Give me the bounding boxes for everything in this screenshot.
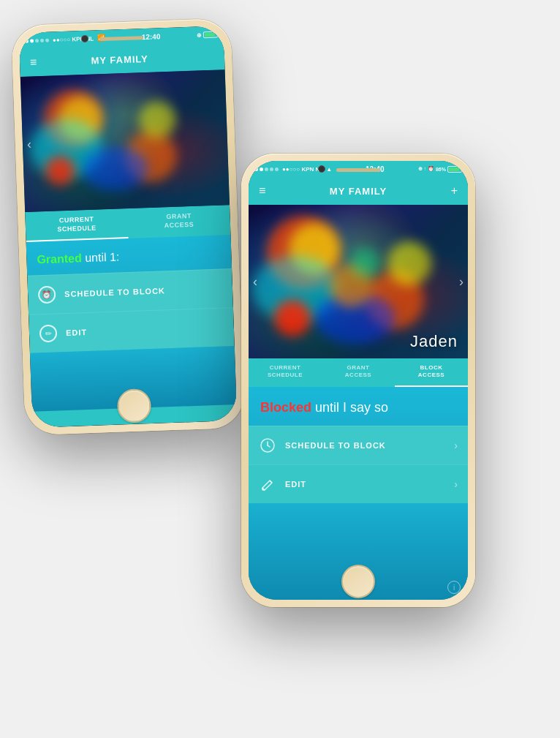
back-tab-current-schedule[interactable]: CURRENTSCHEDULE (25, 208, 128, 242)
front-status-area: Blocked until I say so (249, 387, 468, 426)
front-home-button[interactable] (341, 565, 375, 598)
signal-dot-5 (45, 38, 49, 42)
front-thermal-7 (274, 300, 311, 336)
back-status-left: ●●○○○ KPN NL 📶 (25, 34, 105, 45)
front-signal-4 (270, 167, 273, 171)
front-edit-chevron: › (454, 478, 458, 490)
svg-line-3 (270, 481, 272, 483)
front-info-icon[interactable]: i (447, 581, 461, 594)
front-edit-icon (259, 475, 276, 493)
front-signal-2 (260, 167, 263, 171)
front-screen-container: ●●○○○ KPN NL ▲ 12:40 ⊕ ↑ ⏰ 86% ≡ (249, 161, 468, 600)
front-clock-icon (259, 437, 276, 454)
back-edit[interactable]: ✏ EDIT (29, 307, 235, 353)
back-chevron-left[interactable]: ‹ (27, 137, 32, 152)
back-edit-icon: ✏ (39, 325, 58, 343)
back-header-title: MY FAMILY (91, 53, 148, 66)
scene: ●●○○○ KPN NL 📶 12:40 ⊕ ≡ MY FAMILY (0, 0, 560, 738)
front-camera (318, 165, 325, 173)
front-signal-5 (275, 167, 279, 171)
clock-svg (260, 437, 276, 453)
front-edit-label: EDIT (285, 480, 445, 489)
back-schedule-to-block[interactable]: ⏰ SCHEDULE TO BLOCK (27, 268, 233, 315)
front-plus-icon[interactable]: + (451, 184, 458, 197)
back-time: 12:40 (142, 32, 161, 41)
phone-back: ●●○○○ KPN NL 📶 12:40 ⊕ ≡ MY FAMILY (11, 18, 244, 435)
front-hero: ‹ › Jaden (249, 205, 468, 358)
front-status-prefix: Blocked (260, 400, 311, 415)
front-hamburger-icon[interactable]: ≡ (259, 184, 265, 197)
front-edit[interactable]: EDIT › (249, 464, 468, 503)
back-edit-label: EDIT (66, 323, 224, 338)
back-schedule-label: SCHEDULE TO BLOCK (64, 285, 222, 299)
back-clock-icon: ⏰ (38, 286, 56, 304)
front-tab-block-access[interactable]: BLOCKACCESS (395, 358, 468, 387)
back-hero: ‹ (20, 69, 230, 212)
front-status-right: ⊕ ↑ ⏰ 86% (418, 166, 462, 173)
front-header: ≡ MY FAMILY + (249, 177, 468, 205)
phone-front: ●●○○○ KPN NL ▲ 12:40 ⊕ ↑ ⏰ 86% ≡ (241, 154, 475, 607)
front-tab-grant-access[interactable]: GRANTACCESS (322, 358, 395, 387)
front-tab-bar: CURRENTSCHEDULE GRANTACCESS BLOCKACCESS (249, 358, 468, 387)
signal-dot-1 (25, 39, 29, 42)
front-screen: ●●○○○ KPN NL ▲ 12:40 ⊕ ↑ ⏰ 86% ≡ (249, 161, 468, 600)
front-signal-1 (254, 167, 258, 171)
back-status-prefix: Granted (37, 252, 82, 266)
front-battery-percent: 86% (436, 167, 446, 172)
front-thermal-5 (387, 241, 431, 285)
back-battery (203, 31, 218, 38)
front-info-letter: i (453, 584, 455, 592)
front-hero-name: Jaden (410, 332, 458, 351)
back-status-suffix: until 1: (85, 251, 120, 265)
signal-dot-4 (40, 38, 44, 42)
back-status-right: ⊕ (197, 31, 218, 38)
front-thermal-9 (351, 249, 380, 278)
edit-svg (260, 476, 276, 492)
svg-line-2 (268, 445, 270, 447)
back-hamburger-icon[interactable]: ≡ (30, 56, 37, 69)
back-tab-grant-access[interactable]: GRANTACCESS (127, 205, 230, 238)
signal-dot-2 (30, 39, 34, 42)
front-tab-current-schedule[interactable]: CURRENTSCHEDULE (249, 358, 322, 387)
front-chevron-left[interactable]: ‹ (253, 274, 257, 290)
front-status-text: Blocked until I say so (260, 400, 388, 415)
front-speaker (336, 168, 380, 172)
front-battery (447, 166, 462, 173)
front-schedule-label: SCHEDULE TO BLOCK (285, 441, 445, 450)
signal-dot-3 (35, 39, 39, 42)
back-screen-container: ●●○○○ KPN NL 📶 12:40 ⊕ ≡ MY FAMILY (19, 26, 238, 427)
front-chevron-right[interactable]: › (459, 274, 463, 290)
front-header-title: MY FAMILY (330, 186, 387, 197)
front-status-suffix: until I say so (315, 400, 388, 415)
front-signal-3 (265, 167, 268, 171)
back-status-text: Granted until 1: (37, 251, 119, 266)
front-schedule-chevron: › (454, 440, 458, 451)
front-carrier: ●●○○○ KPN NL (282, 166, 323, 173)
back-screen: ●●○○○ KPN NL 📶 12:40 ⊕ ≡ MY FAMILY (19, 26, 238, 427)
front-schedule-to-block[interactable]: SCHEDULE TO BLOCK › (249, 426, 468, 464)
